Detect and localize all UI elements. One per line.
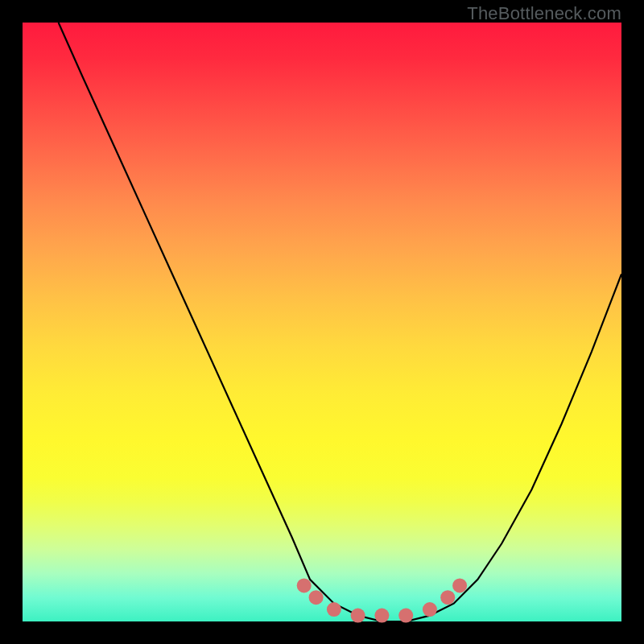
marker-dot bbox=[423, 602, 437, 617]
curve-svg bbox=[23, 23, 621, 621]
marker-dot bbox=[309, 590, 324, 605]
marker-dot bbox=[351, 609, 365, 623]
optimal-range-markers bbox=[297, 578, 467, 622]
chart-frame: TheBottleneck.com bbox=[0, 0, 644, 644]
marker-dot bbox=[452, 578, 467, 592]
marker-dot bbox=[297, 578, 312, 592]
watermark-text: TheBottleneck.com bbox=[467, 3, 621, 24]
marker-dot bbox=[398, 609, 413, 623]
marker-dot bbox=[374, 609, 389, 623]
plot-area bbox=[23, 23, 621, 621]
marker-dot bbox=[327, 602, 341, 617]
marker-dot bbox=[440, 590, 455, 605]
bottleneck-curve bbox=[59, 23, 621, 621]
